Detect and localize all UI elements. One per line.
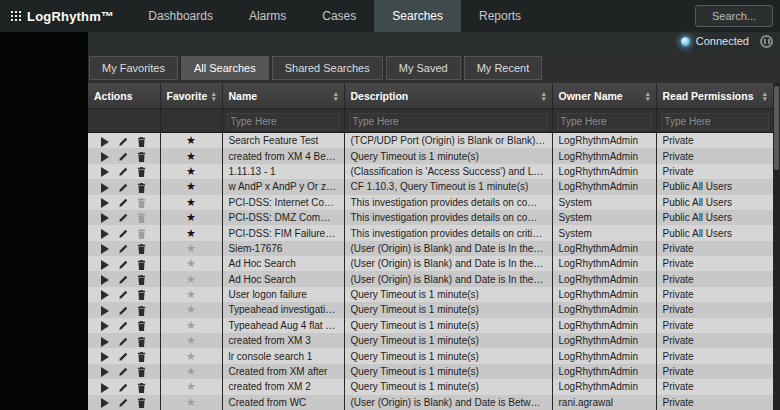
tab-shared-searches[interactable]: Shared Searches <box>272 56 383 80</box>
favorite-star-icon[interactable]: ★ <box>186 227 196 239</box>
delete-search-icon[interactable] <box>137 290 146 300</box>
delete-search-icon[interactable] <box>137 213 146 223</box>
delete-search-icon[interactable] <box>137 337 146 347</box>
favorite-star-icon[interactable]: ★ <box>186 134 196 146</box>
edit-search-icon[interactable] <box>118 290 128 300</box>
favorite-star-icon[interactable]: ★ <box>186 334 196 346</box>
favorite-star-icon[interactable]: ★ <box>186 288 196 300</box>
favorite-star-icon[interactable]: ★ <box>186 303 196 315</box>
delete-search-icon[interactable] <box>137 383 146 393</box>
nav-tab-searches[interactable]: Searches <box>374 0 461 32</box>
favorite-star-icon[interactable]: ★ <box>186 365 196 377</box>
favorite-star-icon[interactable]: ★ <box>186 273 196 285</box>
tab-my-saved[interactable]: My Saved <box>386 56 461 80</box>
edit-search-icon[interactable] <box>118 337 128 347</box>
run-search-icon[interactable] <box>101 290 109 300</box>
filter-input-description[interactable] <box>349 113 548 130</box>
column-header-favorite[interactable]: Favorite ▴▾ <box>160 83 222 109</box>
vertical-scrollbar[interactable] <box>773 83 780 410</box>
edit-search-icon[interactable] <box>118 167 128 177</box>
column-header-read-permissions[interactable]: Read Permissions ▴▾ <box>656 83 773 109</box>
edit-search-icon[interactable] <box>118 229 128 239</box>
delete-search-icon[interactable] <box>137 275 146 285</box>
column-header-owner-name[interactable]: Owner Name ▴▾ <box>552 83 656 109</box>
favorite-star-icon[interactable]: ★ <box>186 150 196 162</box>
run-search-icon[interactable] <box>101 213 109 223</box>
run-search-icon[interactable] <box>101 167 109 177</box>
favorite-star-icon[interactable]: ★ <box>186 319 196 331</box>
filter-input-owner-name[interactable] <box>557 113 652 130</box>
filter-input-read-permissions[interactable] <box>661 113 769 130</box>
run-search-icon[interactable] <box>101 383 109 393</box>
run-search-icon[interactable] <box>101 352 109 362</box>
edit-search-icon[interactable] <box>118 321 128 331</box>
favorite-star-icon[interactable]: ★ <box>186 380 196 392</box>
delete-search-icon[interactable] <box>137 229 146 239</box>
delete-search-icon[interactable] <box>137 183 146 193</box>
tab-all-searches[interactable]: All Searches <box>181 56 269 80</box>
sort-arrows-icon[interactable]: ▴▾ <box>542 91 546 101</box>
delete-search-icon[interactable] <box>137 306 146 316</box>
delete-search-icon[interactable] <box>137 398 146 408</box>
global-search-button[interactable]: Search... <box>695 5 773 27</box>
delete-search-icon[interactable] <box>137 244 146 254</box>
delete-search-icon[interactable] <box>137 167 146 177</box>
run-search-icon[interactable] <box>101 244 109 254</box>
edit-search-icon[interactable] <box>118 244 128 254</box>
edit-search-icon[interactable] <box>118 213 128 223</box>
run-search-icon[interactable] <box>101 229 109 239</box>
sort-arrows-icon[interactable]: ▴▾ <box>334 91 338 101</box>
run-search-icon[interactable] <box>101 137 109 147</box>
run-search-icon[interactable] <box>101 183 109 193</box>
delete-search-icon[interactable] <box>137 152 146 162</box>
favorite-star-icon[interactable]: ★ <box>186 257 196 269</box>
edit-search-icon[interactable] <box>118 367 128 377</box>
edit-search-icon[interactable] <box>118 137 128 147</box>
run-search-icon[interactable] <box>101 260 109 270</box>
favorite-star-icon[interactable]: ★ <box>186 165 196 177</box>
nav-tab-cases[interactable]: Cases <box>304 0 374 32</box>
column-header-description[interactable]: Description ▴▾ <box>344 83 552 109</box>
delete-search-icon[interactable] <box>137 367 146 377</box>
pause-live-updates-button[interactable] <box>760 35 773 48</box>
delete-search-icon[interactable] <box>137 137 146 147</box>
tab-my-favorites[interactable]: My Favorites <box>89 56 178 80</box>
filter-input-name[interactable] <box>227 113 340 130</box>
column-header-name[interactable]: Name ▴▾ <box>222 83 344 109</box>
sort-arrows-icon[interactable]: ▴▾ <box>763 91 767 101</box>
edit-search-icon[interactable] <box>118 352 128 362</box>
favorite-star-icon[interactable]: ★ <box>186 396 196 408</box>
run-search-icon[interactable] <box>101 306 109 316</box>
edit-search-icon[interactable] <box>118 383 128 393</box>
nav-tab-reports[interactable]: Reports <box>461 0 539 32</box>
favorite-star-icon[interactable]: ★ <box>186 350 196 362</box>
edit-search-icon[interactable] <box>118 152 128 162</box>
sort-arrows-icon[interactable]: ▴▾ <box>646 91 650 101</box>
favorite-star-icon[interactable]: ★ <box>186 180 196 192</box>
run-search-icon[interactable] <box>101 398 109 408</box>
edit-search-icon[interactable] <box>118 260 128 270</box>
delete-search-icon[interactable] <box>137 260 146 270</box>
edit-search-icon[interactable] <box>118 183 128 193</box>
run-search-icon[interactable] <box>101 321 109 331</box>
sort-arrows-icon[interactable]: ▴▾ <box>212 91 216 101</box>
delete-search-icon[interactable] <box>137 352 146 362</box>
edit-search-icon[interactable] <box>118 275 128 285</box>
delete-search-icon[interactable] <box>137 321 146 331</box>
nav-tab-dashboards[interactable]: Dashboards <box>130 0 231 32</box>
favorite-star-icon[interactable]: ★ <box>186 211 196 223</box>
delete-search-icon[interactable] <box>137 198 146 208</box>
favorite-star-icon[interactable]: ★ <box>186 242 196 254</box>
run-search-icon[interactable] <box>101 198 109 208</box>
run-search-icon[interactable] <box>101 337 109 347</box>
run-search-icon[interactable] <box>101 275 109 285</box>
favorite-star-icon[interactable]: ★ <box>186 196 196 208</box>
edit-search-icon[interactable] <box>118 306 128 316</box>
scrollbar-thumb[interactable] <box>774 86 779 170</box>
edit-search-icon[interactable] <box>118 198 128 208</box>
tab-my-recent[interactable]: My Recent <box>464 56 543 80</box>
edit-search-icon[interactable] <box>118 398 128 408</box>
nav-tab-alarms[interactable]: Alarms <box>231 0 304 32</box>
run-search-icon[interactable] <box>101 152 109 162</box>
run-search-icon[interactable] <box>101 367 109 377</box>
